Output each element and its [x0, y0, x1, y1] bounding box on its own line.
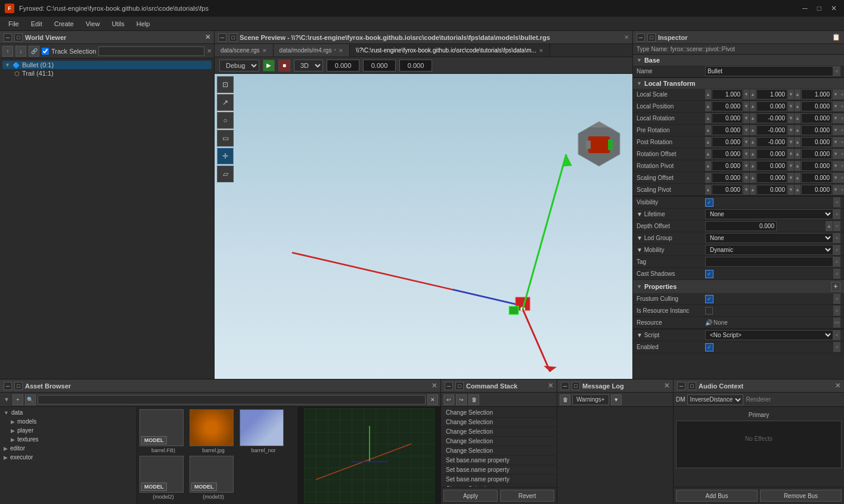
asset-barrel-jpg[interactable]: barrel.jpg [190, 409, 237, 453]
ls-x-dec[interactable]: ▲ [705, 89, 711, 99]
so-z-dec[interactable]: ▲ [795, 173, 800, 183]
pr-x-dec[interactable]: ▲ [705, 125, 711, 135]
wv-btn2[interactable]: ↓ [15, 46, 26, 57]
pr-y-inc[interactable]: ▼ [788, 125, 794, 135]
ml-filter-arrow[interactable]: ▼ [611, 394, 622, 405]
asset-model3[interactable]: MODEL (model3) [190, 456, 237, 500]
cast-shadows-checkbox[interactable]: ✓ [705, 270, 713, 278]
rp-y-inc[interactable]: ▼ [788, 161, 794, 171]
frustum-culling-checkbox[interactable]: ✓ [705, 295, 713, 303]
ab-tree-item-models[interactable]: ▶ models [8, 417, 135, 426]
ab-tree-item-editor[interactable]: ▶ editor [1, 444, 135, 453]
rp-z-inc[interactable]: ▼ [833, 161, 839, 171]
ls-revert[interactable]: < [839, 89, 844, 99]
menu-create[interactable]: Create [48, 19, 80, 29]
rp-x-inc[interactable]: ▼ [743, 161, 749, 171]
ml-close-btn[interactable]: ✕ [664, 382, 669, 390]
ab-tree-item-executor[interactable]: ▶ executor [1, 453, 135, 462]
cs-item-5[interactable]: Change Selection [442, 446, 556, 456]
en-revert[interactable]: < [833, 342, 840, 352]
tree-item-trail[interactable]: ⬡ Trail (41:1) [12, 69, 212, 77]
lr-y-dec[interactable]: ▲ [750, 113, 756, 123]
lr-revert[interactable]: < [839, 113, 844, 123]
sp-x-inc[interactable]: ▼ [743, 185, 749, 195]
ro-z-inc[interactable]: ▼ [833, 149, 839, 159]
ro-z-input[interactable] [801, 149, 832, 159]
script-dropdown[interactable]: <No Script> [705, 330, 833, 340]
lp-x-input[interactable] [712, 101, 743, 111]
ab-add-btn[interactable]: + [13, 394, 23, 405]
name-input[interactable] [705, 66, 833, 76]
ro-revert[interactable]: < [839, 149, 844, 159]
debug-dropdown[interactable]: Debug [219, 60, 259, 71]
cs-max-btn[interactable]: □ [455, 382, 464, 390]
por-y-input[interactable] [756, 137, 787, 147]
ro-x-input[interactable] [712, 149, 743, 159]
name-revert-btn[interactable]: < [833, 66, 840, 76]
cs-item-1[interactable]: Change Selection [442, 408, 556, 418]
coord-x-field[interactable] [327, 60, 359, 71]
ls-z-input[interactable] [801, 89, 832, 99]
tag-revert[interactable]: < [833, 257, 840, 267]
pr-revert[interactable]: < [839, 125, 844, 135]
add-bus-button[interactable]: Add Bus [676, 490, 758, 502]
lp-x-inc[interactable]: ▼ [743, 101, 749, 111]
lr-z-input[interactable] [801, 113, 832, 123]
tree-item-bullet[interactable]: ▼ 🔷 Bullet (0:1) [2, 61, 212, 69]
so-x-input[interactable] [712, 173, 743, 183]
wv-close-btn[interactable]: ✕ [205, 33, 210, 41]
tab-scene-close[interactable]: ✕ [262, 48, 267, 54]
rp-z-dec[interactable]: ▲ [795, 161, 800, 171]
mob-revert[interactable]: < [833, 245, 840, 255]
por-z-inc[interactable]: ▼ [833, 137, 839, 147]
lr-z-inc[interactable]: ▼ [833, 113, 839, 123]
ro-y-input[interactable] [756, 149, 787, 159]
pr-z-dec[interactable]: ▲ [795, 125, 800, 135]
ac-renderer-dropdown[interactable]: InverseDistance [687, 394, 743, 405]
ab-tree-item-player[interactable]: ▶ player [8, 426, 135, 435]
ls-z-inc[interactable]: ▼ [833, 89, 839, 99]
sp-y-input[interactable] [756, 185, 787, 195]
ac-close-btn[interactable]: ✕ [835, 382, 840, 390]
ls-x-input[interactable] [712, 89, 743, 99]
sp-z-input[interactable] [801, 185, 832, 195]
ml-clear-btn[interactable]: 🗑 [560, 394, 570, 405]
cs-redo-btn[interactable]: ↪ [456, 394, 467, 405]
menu-view[interactable]: View [80, 19, 106, 29]
menu-edit[interactable]: Edit [25, 19, 48, 29]
cs-revert[interactable]: < [833, 269, 840, 279]
ro-y-inc[interactable]: ▼ [788, 149, 794, 159]
lr-z-dec[interactable]: ▲ [795, 113, 800, 123]
enabled-checkbox[interactable]: ✓ [705, 343, 713, 351]
cs-item-3[interactable]: Change Selection [442, 427, 556, 437]
lp-y-input[interactable] [756, 101, 787, 111]
lp-z-input[interactable] [801, 101, 832, 111]
sp-max-btn[interactable]: □ [229, 33, 237, 42]
tag-input[interactable] [705, 257, 833, 267]
view-mode-dropdown[interactable]: 3D [294, 60, 323, 71]
remove-bus-button[interactable]: Remove Bus [760, 490, 842, 502]
wv-max-btn[interactable]: □ [14, 33, 23, 42]
tab-m4-rgs[interactable]: data/models/m4.rgs * ✕ [274, 44, 350, 57]
cs-close-btn[interactable]: ✕ [548, 382, 553, 390]
section-base-header[interactable]: ▼ Base [633, 55, 844, 66]
rp-x-dec[interactable]: ▲ [705, 161, 711, 171]
cs-undo-btn[interactable]: ↩ [443, 394, 454, 405]
lp-x-dec[interactable]: ▲ [705, 101, 711, 111]
lr-x-input[interactable] [712, 113, 743, 123]
sp-revert[interactable]: < [839, 185, 844, 195]
ro-x-inc[interactable]: ▼ [743, 149, 749, 159]
por-y-inc[interactable]: ▼ [788, 137, 794, 147]
section-lt-header[interactable]: ▼ Local Transform [633, 78, 844, 89]
menu-help[interactable]: Help [131, 19, 156, 29]
tab-m4-close[interactable]: ✕ [339, 48, 343, 54]
wv-search-clear[interactable]: ✕ [207, 48, 212, 54]
sp-x-input[interactable] [712, 185, 743, 195]
ab-search-btn[interactable]: 🔍 [25, 394, 36, 405]
cs-item-4[interactable]: Change Selection [442, 437, 556, 446]
maximize-button[interactable]: □ [815, 4, 824, 13]
do-revert[interactable]: < [833, 221, 840, 231]
visibility-checkbox[interactable]: ✓ [705, 198, 713, 207]
so-y-inc[interactable]: ▼ [788, 173, 794, 183]
insp-max-btn[interactable]: □ [647, 33, 656, 42]
